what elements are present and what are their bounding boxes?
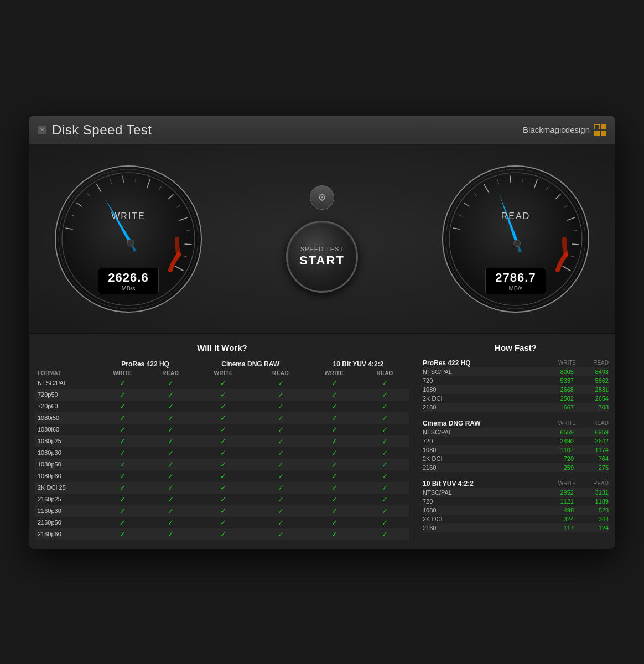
check-cell: ✓ [97,435,148,447]
read-value: 6959 [578,429,609,435]
cdng-read-header: READ [253,369,308,377]
format-cell: 720p50 [35,389,97,401]
format-label: 2160 [423,404,548,411]
check-cell: ✓ [253,389,308,401]
check-cell: ✓ [308,447,361,459]
write-col-label: WRITE [548,420,578,426]
check-cell: ✓ [308,377,361,389]
check-cell: ✓ [308,389,361,401]
read-col-label: READ [578,360,609,366]
format-label: 1080 [423,507,548,513]
write-value: 324 [548,516,578,522]
settings-button[interactable]: ⚙ [310,185,334,210]
format-cell: NTSC/PAL [35,377,97,389]
check-cell: ✓ [193,389,253,401]
codec-header-row: 10 Bit YUV 4:2:2 WRITE READ [423,480,609,487]
how-fast-row: 2160 667 708 [423,403,609,412]
check-cell: ✓ [308,435,361,447]
check-cell: ✓ [193,459,253,470]
how-fast-row: 2K DCI 2502 2654 [423,394,609,403]
check-cell: ✓ [97,389,148,401]
table-row: 1080p50 ✓ ✓ ✓ ✓ ✓ ✓ [35,459,409,470]
codec-name: Cinema DNG RAW [423,419,548,427]
format-cell: 720p60 [35,401,97,412]
table-row: 720p60 ✓ ✓ ✓ ✓ ✓ ✓ [35,401,409,412]
check-cell: ✓ [148,435,193,447]
check-cell: ✓ [148,412,193,424]
check-cell: ✓ [97,528,148,540]
codec-header-row: Cinema DNG RAW WRITE READ [423,419,609,427]
close-button[interactable]: ✕ [38,126,46,134]
start-button[interactable]: SPEED TEST START [286,221,358,293]
check-cell: ✓ [148,377,193,389]
how-fast-row: 720 5337 5662 [423,376,609,385]
write-value: 117 [548,525,578,531]
check-cell: ✓ [193,482,253,494]
format-label: 1080 [423,386,548,393]
check-cell: ✓ [361,470,409,482]
read-gauge-value: 2786.7 [492,271,539,285]
how-fast-row: 2K DCI 720 764 [423,454,609,463]
format-label: NTSC/PAL [423,429,548,435]
how-fast-row: NTSC/PAL 8005 8493 [423,367,609,376]
how-fast-row: NTSC/PAL 2952 3131 [423,488,609,497]
how-fast-row: 2160 117 124 [423,523,609,532]
check-cell: ✓ [308,505,361,517]
check-cell: ✓ [193,528,253,540]
how-fast-title: How Fast? [423,343,609,352]
check-cell: ✓ [253,528,308,540]
start-button-top-label: SPEED TEST [300,246,344,252]
check-cell: ✓ [361,459,409,470]
read-col-label: READ [578,480,609,486]
how-fast-content: ProRes 422 HQ WRITE READ NTSC/PAL 8005 8… [423,359,609,532]
format-label: NTSC/PAL [423,489,548,496]
write-gauge: WRITE 2626.6 MB/s [51,162,206,317]
read-value: 3131 [578,489,609,496]
app-title: Disk Speed Test [52,122,152,138]
read-gauge: READ 2786.7 MB/s [438,162,593,317]
write-value: 8005 [548,369,578,375]
will-it-work-table: ProRes 422 HQ Cinema DNG RAW 10 Bit YUV … [35,359,409,540]
center-controls: ⚙ SPEED TEST START [286,185,358,293]
how-fast-row: 720 1121 1189 [423,497,609,506]
check-cell: ✓ [97,447,148,459]
check-cell: ✓ [97,401,148,412]
check-cell: ✓ [193,412,253,424]
write-gauge-unit: MB/s [105,285,152,292]
write-gauge-value: 2626.6 [105,271,152,285]
write-value: 6559 [548,429,578,435]
check-cell: ✓ [253,412,308,424]
table-row: 2160p30 ✓ ✓ ✓ ✓ ✓ ✓ [35,505,409,517]
format-label: 2K DCI [423,395,548,402]
write-gauge-display: 2626.6 MB/s [98,268,159,294]
col-cdng-header: Cinema DNG RAW [193,359,308,369]
how-fast-row: 2160 259 275 [423,463,609,472]
check-cell: ✓ [193,401,253,412]
check-cell: ✓ [361,494,409,505]
table-row: 2K DCI 25 ✓ ✓ ✓ ✓ ✓ ✓ [35,482,409,494]
check-cell: ✓ [97,377,148,389]
write-value: 667 [548,404,578,411]
check-cell: ✓ [361,528,409,540]
format-label: 2160 [423,464,548,471]
check-cell: ✓ [253,494,308,505]
check-cell: ✓ [361,505,409,517]
write-value: 259 [548,464,578,471]
check-cell: ✓ [361,482,409,494]
check-cell: ✓ [253,482,308,494]
check-cell: ✓ [148,470,193,482]
app-window: ✕ Disk Speed Test Blackmagicdesign [29,116,615,549]
check-cell: ✓ [97,470,148,482]
check-cell: ✓ [148,528,193,540]
table-row: 1080i60 ✓ ✓ ✓ ✓ ✓ ✓ [35,424,409,435]
format-cell: 2160p30 [35,505,97,517]
check-cell: ✓ [308,401,361,412]
check-cell: ✓ [148,424,193,435]
check-cell: ✓ [193,377,253,389]
check-cell: ✓ [308,517,361,528]
table-row: NTSC/PAL ✓ ✓ ✓ ✓ ✓ ✓ [35,377,409,389]
check-cell: ✓ [253,424,308,435]
check-cell: ✓ [253,377,308,389]
check-cell: ✓ [193,424,253,435]
brand-sq-4 [601,131,606,136]
